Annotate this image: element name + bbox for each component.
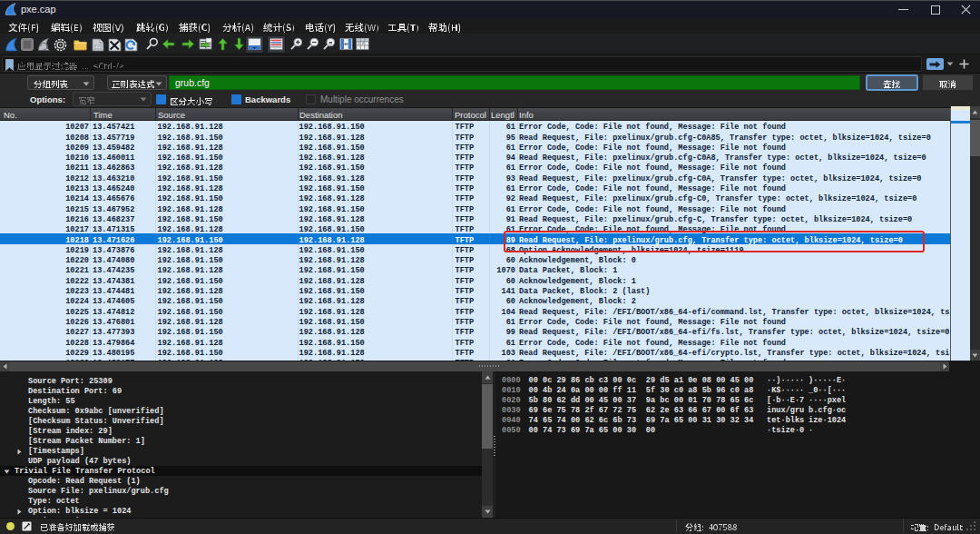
svg-text:1: 1 [358, 42, 359, 45]
svg-text:2: 2 [362, 42, 364, 45]
